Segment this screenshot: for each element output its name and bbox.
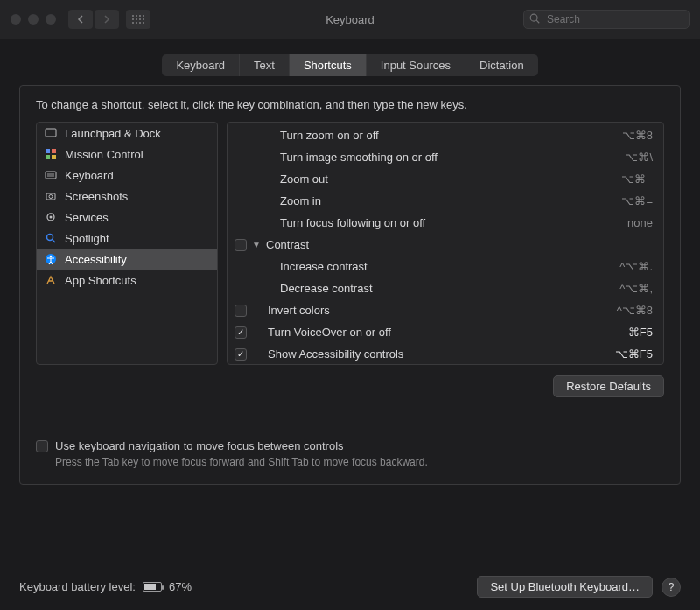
forward-button[interactable] (94, 10, 119, 29)
tabs-container: KeyboardTextShortcutsInput SourcesDictat… (0, 39, 700, 81)
svg-rect-7 (143, 18, 144, 20)
disclosure-triangle-icon[interactable]: ▼ (252, 240, 261, 249)
instruction-text: To change a shortcut, select it, click t… (36, 98, 664, 111)
svg-point-26 (47, 235, 53, 241)
shortcut-row[interactable]: ▼Contrast (228, 234, 663, 256)
shortcut-keys: ⌥⌘\ (625, 151, 653, 164)
shortcut-row[interactable]: Increase contrast^⌥⌘. (228, 256, 663, 277)
search-field-wrap (523, 10, 690, 29)
svg-line-27 (52, 240, 55, 242)
shortcut-keys: ⌘F5 (628, 326, 653, 339)
keyboard-nav-subtext: Press the Tab key to move focus forward … (55, 456, 664, 468)
svg-rect-0 (132, 15, 134, 17)
svg-rect-6 (139, 18, 141, 20)
help-button[interactable]: ? (662, 578, 681, 597)
sidebar-item-label: Launchpad & Dock (65, 127, 161, 140)
svg-rect-2 (139, 15, 141, 17)
shortcut-row[interactable]: Invert colors^⌥⌘8 (228, 299, 663, 321)
sidebar-item-mission-control[interactable]: Mission Control (37, 144, 217, 165)
tab-text[interactable]: Text (240, 54, 290, 76)
svg-point-29 (50, 256, 52, 258)
svg-rect-5 (136, 18, 137, 20)
screenshot-icon (44, 189, 58, 203)
keyboard-nav-label: Use keyboard navigation to move focus be… (55, 439, 344, 452)
shortcut-keys: ⌥⌘− (621, 172, 653, 186)
svg-rect-18 (52, 155, 56, 159)
keyboard-nav-checkbox[interactable] (36, 440, 48, 452)
shortcut-label: Turn zoom on or off (276, 129, 622, 142)
shortcuts-pane: To change a shortcut, select it, click t… (19, 85, 681, 485)
nav-buttons (68, 10, 119, 29)
search-icon (528, 12, 541, 25)
sidebar-item-label: Services (65, 211, 108, 224)
svg-rect-14 (46, 129, 56, 137)
svg-rect-16 (52, 149, 56, 153)
shortcut-keys: ^⌥⌘, (620, 282, 653, 295)
shortcut-list[interactable]: Turn zoom on or off⌥⌘8Turn image smoothi… (227, 122, 664, 365)
shortcut-checkbox[interactable] (234, 239, 247, 251)
show-all-button[interactable] (126, 10, 150, 29)
shortcut-label: Contrast (262, 238, 653, 251)
sidebar-item-spotlight[interactable]: Spotlight (37, 228, 217, 249)
sidebar-item-label: Spotlight (65, 232, 109, 245)
shortcut-label: Increase contrast (276, 260, 620, 273)
shortcut-label: Zoom in (276, 194, 621, 207)
shortcut-keys: ^⌥⌘. (620, 260, 653, 273)
close-window-button[interactable] (10, 14, 21, 25)
shortcut-row[interactable]: Zoom out⌥⌘− (228, 168, 663, 190)
minimize-window-button[interactable] (28, 14, 38, 25)
shortcut-label: Turn VoiceOver on or off (264, 326, 628, 339)
sidebar-item-services[interactable]: Services (37, 207, 217, 228)
shortcut-row[interactable]: Zoom in⌥⌘= (228, 190, 663, 212)
shortcut-checkbox[interactable] (234, 348, 247, 361)
shortcut-label: Show Accessibility controls (264, 347, 615, 361)
svg-rect-3 (143, 15, 144, 17)
svg-line-13 (536, 20, 539, 23)
shortcut-keys: ^⌥⌘8 (617, 304, 653, 317)
svg-point-23 (49, 195, 52, 199)
shortcut-row[interactable]: Decrease contrast^⌥⌘, (228, 277, 663, 299)
shortcut-row[interactable]: Turn focus following on or offnone (228, 212, 663, 234)
search-input[interactable] (523, 10, 690, 29)
svg-rect-15 (46, 149, 50, 153)
app-icon (44, 273, 58, 287)
battery-icon (143, 582, 162, 592)
zoom-window-button[interactable] (46, 14, 56, 25)
accessibility-icon (44, 252, 58, 266)
svg-rect-1 (136, 15, 137, 17)
sidebar-item-label: App Shortcuts (65, 274, 136, 287)
svg-rect-4 (132, 18, 134, 20)
footer: Keyboard battery level: 67% Set Up Bluet… (0, 567, 700, 610)
shortcut-keys: ⌥⌘F5 (615, 347, 653, 361)
keyboard-nav-section: Use keyboard navigation to move focus be… (36, 439, 664, 468)
svg-rect-17 (46, 155, 50, 159)
back-button[interactable] (68, 10, 93, 29)
shortcut-keys: ⌥⌘8 (622, 129, 653, 142)
sidebar-item-screenshots[interactable]: Screenshots (37, 186, 217, 207)
tab-shortcuts[interactable]: Shortcuts (290, 54, 367, 76)
shortcut-row[interactable]: Turn image smoothing on or off⌥⌘\ (228, 146, 663, 168)
tab-input-sources[interactable]: Input Sources (367, 54, 466, 76)
shortcut-row[interactable]: Turn VoiceOver on or off⌘F5 (228, 321, 663, 343)
sidebar-item-app-shortcuts[interactable]: App Shortcuts (37, 270, 217, 291)
shortcut-row[interactable]: Turn zoom on or off⌥⌘8 (228, 124, 663, 146)
tab-keyboard[interactable]: Keyboard (162, 54, 240, 76)
sidebar-item-launchpad-dock[interactable]: Launchpad & Dock (37, 123, 217, 144)
svg-point-25 (50, 216, 52, 219)
battery-status: Keyboard battery level: 67% (19, 580, 192, 593)
restore-defaults-button[interactable]: Restore Defaults (553, 375, 664, 397)
shortcut-row[interactable]: Show Accessibility controls⌥⌘F5 (228, 343, 663, 365)
svg-rect-19 (46, 172, 56, 179)
shortcut-label: Decrease contrast (276, 282, 620, 295)
shortcut-checkbox[interactable] (234, 305, 247, 317)
tab-dictation[interactable]: Dictation (466, 54, 538, 76)
shortcut-label: Turn image smoothing on or off (276, 151, 625, 164)
shortcut-checkbox[interactable] (234, 326, 247, 339)
sidebar-item-accessibility[interactable]: Accessibility (37, 249, 217, 270)
category-sidebar[interactable]: Launchpad & DockMission ControlKeyboardS… (36, 122, 218, 365)
setup-bluetooth-button[interactable]: Set Up Bluetooth Keyboard… (477, 576, 653, 598)
svg-rect-8 (132, 22, 134, 24)
sidebar-item-keyboard[interactable]: Keyboard (37, 165, 217, 186)
window-titlebar: Keyboard (0, 0, 700, 39)
shortcut-label: Invert colors (264, 304, 617, 317)
